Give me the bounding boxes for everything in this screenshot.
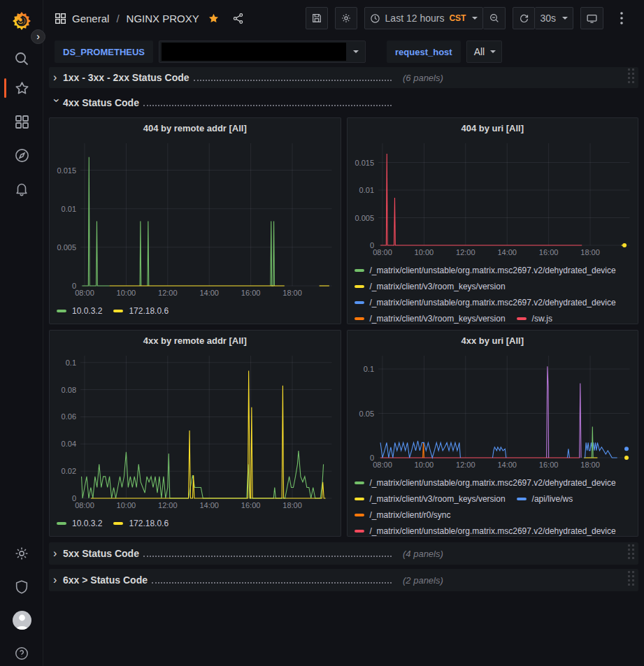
admin-shield-icon[interactable] [0,577,43,597]
legend-item[interactable]: 172.18.0.6 [113,303,169,319]
chevron-down-icon [353,50,359,53]
legend-series-swatch [517,317,527,320]
legend-item[interactable]: /_matrix/client/unstable/org.matrix.msc2… [355,523,616,537]
alerting-bell-icon[interactable] [0,179,43,198]
svg-text:0: 0 [369,241,373,249]
refresh-interval-picker[interactable]: 30s [535,7,573,29]
svg-text:0.01: 0.01 [62,205,76,213]
breadcrumb-separator: / [115,13,120,24]
breadcrumb-section[interactable]: General [72,13,109,24]
panel-grid-row-1: 404 by remote addr [All] 08:0010:0012:00… [49,117,638,324]
legend-series-label: /_matrix/client/v3/room_keys/version [370,282,506,291]
svg-text:0.005: 0.005 [57,243,76,252]
legend-series-label: /_matrix/client/unstable/org.matrix.msc2… [370,266,616,275]
svg-text:18:00: 18:00 [580,248,600,256]
svg-text:08:00: 08:00 [75,501,94,509]
svg-text:16:00: 16:00 [241,289,261,297]
svg-text:16:00: 16:00 [241,501,261,509]
dotted-leader [143,105,392,106]
refresh-button[interactable] [513,7,535,29]
share-icon[interactable] [232,13,244,24]
starred-icon[interactable] [0,78,43,98]
legend-series-label: 172.18.0.6 [129,306,169,316]
request-host-variable-select[interactable]: All [466,41,503,63]
legend-series-label: /_matrix/client/v3/room_keys/version [370,494,506,504]
time-range-picker[interactable]: Last 12 hours CST [364,7,484,29]
legend-item[interactable]: /sw.js [517,310,552,324]
panel-title[interactable]: 4xx by uri [All] [348,331,638,350]
svg-text:0.015: 0.015 [57,166,76,175]
svg-text:16:00: 16:00 [538,248,558,256]
svg-text:0.04: 0.04 [62,440,76,448]
kebab-menu-button[interactable] [610,7,633,29]
settings-gear-icon[interactable] [0,544,43,563]
row-5xx-status-code[interactable]: 5xx Status Code (4 panels) [49,542,638,565]
svg-text:10:00: 10:00 [117,501,136,509]
legend-item[interactable]: /_matrix/client/unstable/org.matrix.msc2… [355,475,616,491]
row-title: 6xx > Status Code [63,574,148,586]
svg-text:0: 0 [72,282,76,290]
svg-text:0.08: 0.08 [62,386,76,394]
tv-mode-button[interactable] [580,7,603,29]
legend-item[interactable]: /api/live/ws [517,491,573,507]
sidebar-expand-button[interactable] [31,29,45,44]
help-icon[interactable] [0,644,43,663]
zoom-out-time-button[interactable] [483,7,506,29]
breadcrumb: General / NGINX PROXY [55,13,244,24]
legend-series-label: /_matrix/client/unstable/org.matrix.msc2… [370,526,616,536]
row-4xx-status-code[interactable]: 4xx Status Code [49,94,638,112]
legend-item[interactable]: 10.0.3.2 [57,515,102,531]
legend-series-label: /_matrix/client/v3/room_keys/version [370,314,506,324]
dashboard-settings-button[interactable] [335,7,357,29]
legend-item[interactable]: /_matrix/client/unstable/org.matrix.msc2… [355,294,616,310]
dotted-leader [143,556,392,557]
svg-text:12:00: 12:00 [456,248,475,256]
datasource-variable-label[interactable]: DS_PROMETHEUS [55,41,153,63]
user-avatar[interactable] [0,609,43,631]
drag-handle-icon[interactable] [628,68,634,87]
panel-count: (6 panels) [403,73,443,83]
panel-404-by-remote-addr: 404 by remote addr [All] 08:0010:0012:00… [49,117,341,324]
legend-series-swatch [355,285,364,288]
panel-title[interactable]: 404 by uri [All] [348,118,638,138]
legend-item[interactable]: 10.0.3.2 [57,303,102,319]
chevron-right-icon [53,574,63,586]
row-1xx-3xx-2xx-status-code[interactable]: 1xx - 3xx - 2xx Status Code (6 panels) [49,67,638,88]
legend-item[interactable]: /_matrix/client/v3/room_keys/version [355,491,506,507]
favorite-star-icon[interactable] [208,13,220,24]
breadcrumb-title[interactable]: NGINX PROXY [127,13,199,24]
dashboard-grid-icon[interactable] [55,13,66,24]
drag-handle-icon[interactable] [628,571,634,589]
datasource-variable-select[interactable] [159,41,366,63]
legend-item[interactable]: 172.18.0.6 [113,515,169,531]
svg-text:14:00: 14:00 [199,501,219,509]
panel-title[interactable]: 404 by remote addr [All] [50,118,341,138]
legend-series-swatch [57,522,66,525]
save-dashboard-button[interactable] [306,7,328,29]
panel-title[interactable]: 4xx by remote addr [All] [50,331,341,350]
row-6xx-status-code[interactable]: 6xx > Status Code (2 panels) [49,569,638,591]
search-icon[interactable] [0,49,43,68]
time-series-plot: 08:0010:0012:0014:0016:0018:0000.050.1 [348,350,638,470]
legend-series-swatch [355,317,364,320]
svg-text:10:00: 10:00 [414,461,434,469]
svg-text:14:00: 14:00 [497,461,517,469]
chevron-down-icon [490,50,496,53]
time-series-chart[interactable]: 08:0010:0012:0014:0016:0018:0000.050.1 [348,350,638,473]
time-series-chart[interactable]: 08:0010:0012:0014:0016:0018:0000.020.040… [50,350,341,514]
svg-text:18:00: 18:00 [580,461,600,469]
dotted-leader [194,80,392,81]
chart-legend: /_matrix/client/unstable/org.matrix.msc2… [348,473,638,537]
legend-item[interactable]: /_matrix/client/r0/sync [355,507,451,523]
legend-item[interactable]: /_matrix/client/v3/room_keys/version [355,310,506,324]
legend-item[interactable]: /_matrix/client/v3/room_keys/version [355,278,506,294]
time-series-chart[interactable]: 08:0010:0012:0014:0016:0018:0000.0050.01… [348,138,638,261]
legend-item[interactable]: /_matrix/client/unstable/org.matrix.msc2… [355,262,616,278]
time-series-chart[interactable]: 08:0010:0012:0014:0016:0018:0000.0050.01… [50,138,341,301]
svg-text:0.015: 0.015 [355,159,374,167]
chevron-right-icon [53,71,63,84]
drag-handle-icon[interactable] [628,544,634,563]
explore-compass-icon[interactable] [0,145,43,165]
request-host-variable-label[interactable]: request_host [387,41,461,63]
dashboards-icon[interactable] [0,112,43,131]
